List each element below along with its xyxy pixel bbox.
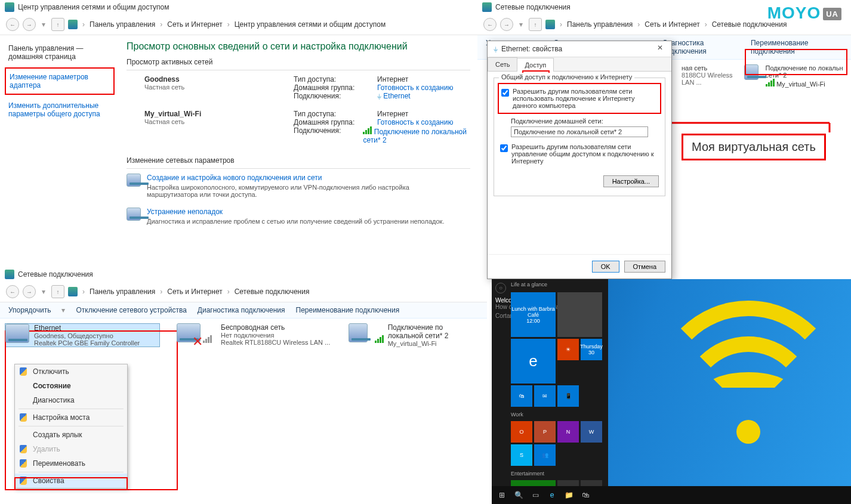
moyo-logo: MOYOUA — [767, 4, 841, 23]
breadcrumb-item[interactable]: Сеть и Интернет — [167, 287, 222, 296]
section-title: Просмотр активных сетей — [127, 54, 470, 69]
ethernet-icon: ⏚ — [377, 92, 381, 100]
close-button[interactable]: ✕ — [652, 44, 668, 55]
task-view-icon[interactable]: ▭ — [528, 487, 543, 503]
ctx-properties[interactable]: Свойства — [15, 474, 127, 488]
disable-device-button[interactable]: Отключение сетевого устройства — [76, 306, 186, 314]
page-heading: Просмотр основных сведений о сети и наст… — [127, 39, 470, 54]
signal-icon — [203, 335, 212, 343]
task-item[interactable]: Устранение неполадокДиагностика и исправ… — [127, 203, 470, 230]
ctx-delete: Удалить — [15, 442, 127, 456]
task-item[interactable]: Создание и настройка нового подключения … — [127, 169, 470, 203]
wifi-graphic — [647, 283, 850, 474]
store-icon[interactable]: 🛍 — [578, 487, 593, 503]
ctx-shortcut[interactable]: Создать ярлык — [15, 428, 127, 442]
ctx-disable[interactable]: Отключить — [15, 364, 127, 379]
tile-mail[interactable]: ✉ — [534, 385, 556, 407]
context-menu: Отключить Состояние Диагностика Настройк… — [14, 364, 128, 488]
tile-edge[interactable]: e — [511, 339, 556, 384]
breadcrumb-item[interactable]: Центр управления сетями и общим доступом — [235, 20, 386, 29]
cancel-button[interactable]: Отмена — [624, 261, 665, 273]
change-adapter-settings-link[interactable]: Изменение параметров адаптера — [10, 71, 110, 91]
up-button[interactable]: ↑ — [529, 18, 542, 31]
active-network-row: My_virtual_Wi-Fi Частная сеть Тип доступ… — [127, 105, 470, 149]
forward-button[interactable]: → — [23, 18, 36, 31]
tab-strip: Сеть Доступ — [488, 57, 671, 72]
organize-menu[interactable]: Упорядочить — [8, 306, 51, 314]
tile-weather[interactable]: ☀ — [557, 339, 579, 360]
breadcrumb-bar: ← → ▾ ↑ › Панель управления› Сеть и Инте… — [0, 282, 487, 302]
tab-access[interactable]: Доступ — [517, 58, 554, 72]
section-title: Изменение сетевых параметров — [127, 149, 470, 167]
ctx-status[interactable]: Состояние — [15, 379, 127, 393]
tab-network[interactable]: Сеть — [488, 57, 517, 71]
cortana-icon[interactable]: ○ — [495, 283, 506, 293]
tile-word[interactable]: W — [581, 421, 602, 443]
adapter-wireless[interactable]: ✕ Беспроводная сетьНет подключенияRealte… — [177, 323, 332, 347]
explorer-icon[interactable]: 📁 — [561, 487, 576, 503]
window-title-bar: Центр управления сетями и общим доступом — [0, 0, 477, 14]
highlight-box — [745, 49, 847, 75]
adapter-item[interactable]: ная сеть8188CU Wireless LAN ... — [679, 62, 742, 91]
active-network-row: Goodness Частная сеть Тип доступа:Интерн… — [127, 70, 470, 105]
tile-people[interactable]: 👥 — [534, 444, 556, 466]
connection-link[interactable]: Подключение по локальной сети* 2 — [363, 128, 467, 144]
tile-day[interactable]: Thursday 30 — [581, 339, 602, 360]
diagnose-button[interactable]: Диагностика подключения — [198, 306, 285, 314]
breadcrumb-item[interactable]: Сеть и Интернет — [167, 20, 222, 29]
dropdown-arrow-icon: ▾ — [42, 20, 45, 29]
start-button[interactable]: ⊞ — [494, 487, 510, 503]
troubleshoot-icon — [127, 208, 141, 221]
network-icon — [68, 20, 78, 29]
ctx-rename[interactable]: Переименовать — [15, 456, 127, 471]
tile-photo[interactable] — [557, 292, 602, 337]
toolbar: Упорядочить▾ Отключение сетевого устройс… — [0, 302, 487, 319]
sharing-group: Общий доступ к подключению к Интернету Р… — [494, 78, 665, 196]
network-type: Частная сеть — [144, 118, 201, 125]
highlight-box: Изменение параметров адаптера — [5, 67, 115, 95]
window-title: Сетевые подключения — [495, 3, 571, 11]
tile-office[interactable]: O — [511, 421, 532, 443]
tile-onenote[interactable]: N — [557, 421, 579, 443]
network-icon — [68, 287, 78, 296]
breadcrumb-item[interactable]: Панель управления — [90, 20, 155, 29]
connection-link[interactable]: Ethernet — [383, 92, 410, 100]
forward-button[interactable]: → — [500, 18, 513, 31]
back-button[interactable]: ← — [6, 18, 19, 31]
ok-button[interactable]: OK — [592, 261, 619, 273]
network-icon — [482, 2, 492, 12]
side-panel: Панель управления — домашняя страница Из… — [0, 35, 119, 233]
allow-control-checkbox[interactable] — [500, 144, 508, 152]
new-connection-icon — [127, 174, 141, 187]
rename-button[interactable]: Переименование подключения — [296, 306, 400, 314]
signal-icon — [766, 79, 775, 86]
allow-sharing-checkbox[interactable] — [501, 89, 509, 97]
settings-button[interactable]: Настройка... — [603, 175, 659, 187]
network-icon — [5, 270, 14, 279]
tile-store[interactable]: 🛍 — [511, 385, 532, 407]
ctx-bridge[interactable]: Настройка моста — [15, 410, 127, 425]
breadcrumb-item[interactable]: Панель управления — [90, 287, 155, 296]
forward-button[interactable]: → — [23, 285, 36, 298]
tile-phone[interactable]: 📱 — [557, 385, 579, 407]
tile-calendar[interactable]: Lunch with Barbra Café12:00 — [511, 292, 556, 337]
tile-skype[interactable]: S — [511, 444, 532, 466]
up-button[interactable]: ↑ — [51, 18, 64, 31]
adapter-local2[interactable]: Подключение по локальной сети* 2My_virtu… — [349, 323, 480, 347]
back-button[interactable]: ← — [6, 285, 19, 298]
tile-powerpoint[interactable]: P — [534, 421, 556, 443]
homegroup-link[interactable]: Готовность к созданию — [377, 118, 453, 126]
window-title: Сетевые подключения — [18, 270, 93, 279]
search-icon[interactable]: 🔍 — [511, 487, 526, 503]
home-connection-combo[interactable]: Подключение по локальной сети* 2 — [511, 126, 648, 137]
change-sharing-settings-link[interactable]: Изменить дополнительные параметры общего… — [8, 100, 111, 120]
homegroup-link[interactable]: Готовность к созданию — [377, 84, 453, 92]
breadcrumb-item[interactable]: Сетевые подключения — [235, 287, 310, 296]
control-panel-home-link[interactable]: Панель управления — домашняя страница — [8, 42, 111, 63]
back-button[interactable]: ← — [483, 18, 497, 31]
ethernet-properties-dialog: ⏚ Ethernet: свойства ✕ Сеть Доступ Общий… — [487, 41, 672, 279]
edge-icon[interactable]: e — [544, 487, 560, 503]
window-title: Центр управления сетями и общим доступом — [18, 3, 169, 11]
up-button[interactable]: ↑ — [51, 285, 64, 298]
ctx-diagnose[interactable]: Диагностика — [15, 393, 127, 407]
